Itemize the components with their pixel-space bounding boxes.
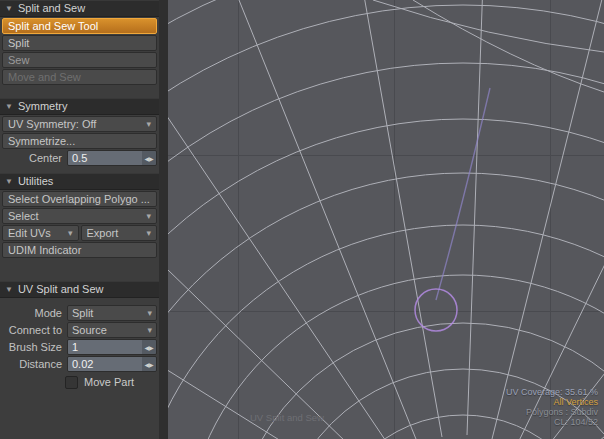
collapse-triangle-icon: ▼: [5, 99, 13, 114]
vertices-stat: All Vertices: [506, 397, 598, 407]
polygons-stat: Polygons : Subdiv: [506, 407, 598, 417]
split-and-sew-tool-button[interactable]: Split and Sew Tool: [2, 18, 157, 34]
chevron-down-icon: ▾: [64, 226, 73, 240]
section-header-utilities[interactable]: ▼ Utilities: [0, 173, 159, 190]
uv-wireframe: [168, 0, 604, 439]
section-title: UV Split and Sew: [18, 282, 104, 297]
split-button[interactable]: Split: [2, 35, 157, 51]
collapse-triangle-icon: ▼: [5, 1, 13, 16]
section-header-split-and-sew[interactable]: ▼ Split and Sew: [0, 0, 159, 17]
symmetrize-button[interactable]: Symmetrize...: [2, 133, 157, 149]
app-window: ▼ Split and Sew Split and Sew Tool Split…: [0, 0, 604, 439]
brush-size-field[interactable]: 1 ◀▶: [67, 339, 157, 355]
section-header-symmetry[interactable]: ▼ Symmetry: [0, 98, 159, 115]
tool-panel: ▼ Split and Sew Split and Sew Tool Split…: [0, 0, 159, 439]
viewport-watermark: UV Split and Sew: [250, 412, 324, 423]
distance-field[interactable]: 0.02 ◀▶: [67, 356, 157, 372]
uv-viewport[interactable]: UV Split and Sew UV Coverage: 35.61 % Al…: [168, 0, 604, 439]
mode-dropdown[interactable]: Split ▾: [67, 305, 157, 321]
uv-symmetry-dropdown[interactable]: UV Symmetry: Off ▾: [2, 116, 157, 132]
distance-value[interactable]: 0.02: [68, 357, 142, 371]
select-overlapping-button[interactable]: Select Overlapping Polygo ...: [2, 191, 157, 207]
section-title: Utilities: [18, 174, 53, 189]
spacer: [0, 259, 159, 281]
center-label: Center: [2, 152, 67, 164]
brush-size-value[interactable]: 1: [68, 340, 142, 354]
section-title: Split and Sew: [18, 1, 85, 16]
viewport-stats: UV Coverage: 35.61 % All Vertices Polygo…: [506, 387, 598, 427]
sew-button[interactable]: Sew: [2, 52, 157, 68]
section-title: Symmetry: [18, 99, 68, 114]
chevron-down-icon: ▾: [142, 226, 151, 240]
collapse-triangle-icon: ▼: [5, 282, 13, 297]
section-header-uv-split-and-sew[interactable]: ▼ UV Split and Sew: [0, 281, 159, 298]
edit-uvs-dropdown[interactable]: Edit UVs ▾: [2, 225, 79, 241]
center-value[interactable]: 0.5: [68, 151, 142, 165]
spinner-arrows-icon[interactable]: ◀▶: [142, 357, 156, 371]
export-dropdown[interactable]: Export ▾: [81, 225, 158, 241]
spacer: [0, 298, 159, 304]
chevron-down-icon: ▾: [143, 325, 152, 335]
chevron-down-icon: ▾: [143, 308, 152, 318]
collapse-triangle-icon: ▼: [5, 174, 13, 189]
uv-coverage-stat: UV Coverage: 35.61 %: [506, 387, 598, 397]
spacer: [0, 86, 159, 98]
move-part-checkbox[interactable]: [65, 376, 78, 389]
move-and-sew-button: Move and Sew: [2, 69, 157, 85]
cl-stat: CL: 104/52: [506, 417, 598, 427]
spinner-arrows-icon[interactable]: ◀▶: [142, 340, 156, 354]
center-field[interactable]: 0.5 ◀▶: [67, 150, 157, 166]
connect-to-label: Connect to: [2, 324, 67, 336]
move-part-label: Move Part: [84, 376, 134, 388]
udim-indicator-button[interactable]: UDIM Indicator: [2, 242, 157, 258]
chevron-down-icon: ▾: [142, 209, 151, 223]
chevron-down-icon: ▾: [142, 117, 151, 131]
select-dropdown[interactable]: Select ▾: [2, 208, 157, 224]
connect-to-dropdown[interactable]: Source ▾: [67, 322, 157, 338]
mode-label: Mode: [2, 307, 67, 319]
distance-label: Distance: [2, 358, 67, 370]
spinner-arrows-icon[interactable]: ◀▶: [142, 151, 156, 165]
brush-size-label: Brush Size: [2, 341, 67, 353]
